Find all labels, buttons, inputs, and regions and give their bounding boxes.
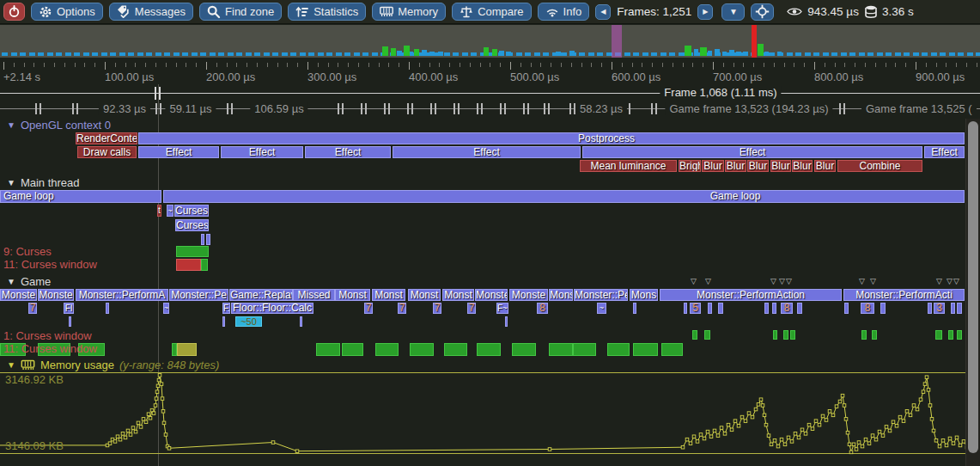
frame-strip-bar[interactable] (758, 44, 764, 56)
message-marker-icon[interactable]: ▽ (779, 277, 785, 285)
section-header-game[interactable]: ▼ Game (7, 275, 51, 288)
timeline-area[interactable]: ▼ OpenGL context 0 ▼ Main thread ▼ Game … (0, 0, 980, 466)
subframe-label[interactable]: 58.23 µs (575, 102, 627, 115)
zone-bar[interactable]: Monste (475, 289, 508, 301)
frame-strip-bar[interactable] (404, 46, 410, 56)
zone-bar[interactable] (505, 316, 508, 327)
section-header-opengl[interactable]: ▼ OpenGL context 0 (7, 119, 111, 132)
frame-strip-bar[interactable] (764, 52, 769, 56)
message-marker-icon[interactable]: ▽ (870, 277, 876, 285)
frame-strip-bar[interactable] (715, 49, 720, 56)
zone-bar[interactable] (512, 343, 536, 356)
frame-strip-bar[interactable] (685, 46, 691, 56)
frame-strip-bar[interactable] (777, 52, 782, 56)
frame-strip-bar[interactable] (499, 51, 504, 56)
zone-bar[interactable] (844, 303, 849, 314)
frame-strip-bar[interactable] (438, 52, 443, 56)
zone-bar[interactable]: Game loop (163, 190, 965, 203)
zone-bar[interactable] (872, 330, 877, 340)
frame-strip-bar[interactable] (506, 52, 511, 56)
frame-strip-selection-band[interactable] (612, 25, 622, 58)
message-marker-icon[interactable]: ▽ (936, 277, 942, 285)
zone-bar[interactable]: Combine (837, 160, 922, 172)
zone-bar[interactable]: Monster::PerformAction (660, 289, 842, 301)
zone-bar[interactable] (300, 316, 302, 327)
message-marker-icon[interactable]: ▽ (947, 277, 953, 285)
zone-bar[interactable] (764, 303, 769, 314)
frame-strip-bar[interactable] (422, 50, 427, 56)
zone-bar[interactable] (633, 343, 658, 356)
frame-strip-bar[interactable] (414, 49, 419, 56)
frame-strip-bar[interactable] (722, 52, 727, 56)
message-marker-icon[interactable]: ▽ (770, 277, 776, 285)
zone-bar[interactable] (948, 330, 953, 340)
section-header-memory[interactable]: ▼ Memory usage (y-range: 848 bytes) (7, 359, 219, 371)
zone-bar[interactable]: Monster::Pe (574, 289, 628, 301)
zone-bar[interactable]: Monster::Pe (169, 289, 228, 301)
zone-bar[interactable]: 7 (28, 303, 37, 314)
subframe-label[interactable]: 106.59 µs (250, 102, 307, 115)
zone-bar[interactable] (957, 330, 962, 340)
zone-bar[interactable]: Game loop (0, 190, 161, 203)
zone-bar[interactable]: Blur (792, 160, 813, 172)
zone-bar[interactable]: 7 (467, 303, 476, 314)
zone-bar[interactable] (661, 343, 683, 356)
zone-bar[interactable] (222, 316, 225, 327)
zone-bar[interactable]: ~50 (235, 316, 262, 327)
frame-strip-bar[interactable] (743, 52, 748, 56)
zone-bar[interactable] (477, 343, 501, 356)
zone-bar[interactable]: Missed (293, 289, 335, 301)
zone-bar[interactable]: Blur (770, 160, 791, 172)
zone-bar[interactable] (176, 259, 201, 271)
frame-strip-bar[interactable] (708, 51, 712, 56)
message-marker-icon[interactable]: ▽ (953, 277, 959, 285)
zone-bar[interactable] (935, 330, 942, 340)
zone-bar[interactable]: ~ (597, 303, 606, 314)
zone-bar[interactable]: Effect (138, 146, 219, 158)
frame-overview-strip[interactable] (0, 25, 980, 58)
zone-bar[interactable] (201, 259, 208, 271)
zone-bar[interactable]: 8 (781, 303, 793, 314)
zone-bar[interactable]: 3 (934, 303, 945, 314)
zone-bar[interactable]: Effect (221, 146, 303, 158)
zone-bar[interactable] (790, 330, 795, 340)
zone-bar[interactable]: t (157, 205, 161, 217)
zone-bar[interactable] (573, 343, 596, 356)
zone-bar[interactable] (718, 303, 723, 314)
zone-bar[interactable] (633, 303, 636, 314)
zone-bar[interactable]: 7 (398, 303, 406, 314)
frame-strip-bar[interactable] (736, 52, 741, 56)
zone-bar[interactable] (176, 246, 209, 257)
frame-strip-bar[interactable] (382, 46, 388, 56)
zone-bar[interactable]: Monste (38, 289, 74, 301)
zone-bar[interactable]: Effect (305, 146, 391, 158)
zone-bar[interactable]: Fl (64, 303, 74, 314)
frame-strip-bar[interactable] (410, 52, 413, 56)
zone-bar[interactable]: Postprocess (138, 132, 965, 144)
zone-bar[interactable]: 7 (433, 303, 441, 314)
zone-bar[interactable] (375, 343, 399, 356)
frame-strip-bar[interactable] (429, 52, 435, 56)
zone-bar[interactable]: ~ (163, 303, 169, 314)
frame-strip-bar[interactable] (492, 49, 497, 56)
frame-strip-bar[interactable] (397, 51, 402, 56)
zone-bar[interactable] (684, 303, 687, 314)
zone-bar[interactable]: Monst (372, 289, 405, 301)
zone-bar[interactable]: Monst (442, 289, 474, 301)
frame-strip-bar[interactable] (700, 47, 707, 56)
collapse-arrow-icon[interactable]: ▼ (7, 360, 15, 370)
zone-bar[interactable] (177, 343, 197, 356)
collapse-arrow-icon[interactable]: ▼ (7, 178, 15, 187)
zone-bar[interactable] (861, 330, 867, 340)
zone-bar[interactable]: 5 (690, 303, 701, 314)
zone-bar[interactable]: Game::Replay (229, 289, 293, 301)
zone-bar[interactable] (951, 303, 955, 314)
zone-bar[interactable]: Blur (725, 160, 746, 172)
zone-bar[interactable] (201, 234, 204, 245)
zone-bar[interactable]: Monster::PerformA (76, 289, 168, 301)
subframe-label[interactable]: Game frame 13,523 (194.23 µs) (665, 102, 832, 115)
zone-bar[interactable]: Mean luminance (580, 160, 677, 172)
zone-bar[interactable]: F~ (496, 303, 508, 314)
subframe-label[interactable]: Game frame 13,525 ( (861, 102, 977, 115)
frame-strip-bar[interactable] (391, 48, 396, 56)
